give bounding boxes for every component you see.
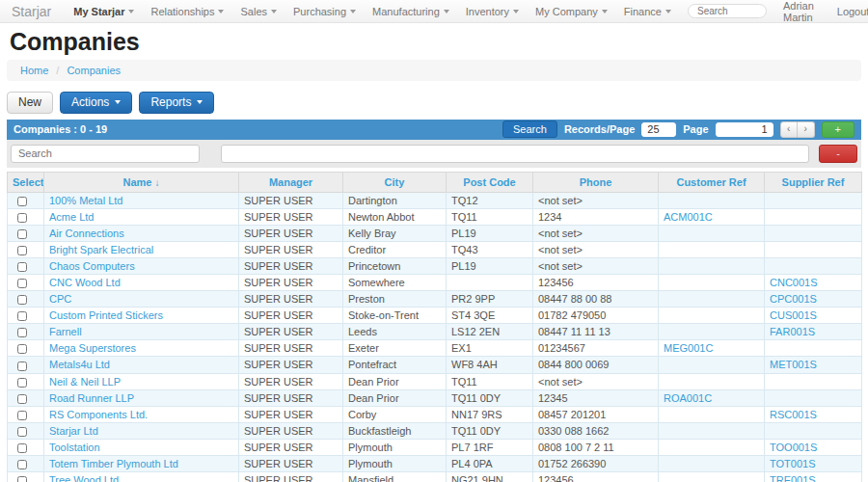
breadcrumb-home-link[interactable]: Home (20, 65, 48, 76)
phone-cell: 0808 100 7 2 11 (533, 439, 659, 455)
company-name-link[interactable]: Tree Wood Ltd (49, 474, 119, 482)
logout-link[interactable]: Logout (837, 6, 868, 17)
supplier-ref-link[interactable]: CNC001S (770, 277, 818, 288)
company-name-link[interactable]: CPC (49, 293, 71, 305)
post-code-cell: LS12 2EN (447, 324, 533, 340)
company-name-link[interactable]: Bright Spark Electrical (49, 244, 153, 255)
manager-cell: SUPER USER (239, 324, 343, 340)
company-name-link[interactable]: Air Connections (49, 228, 124, 239)
table-row: Chaos Computers SUPER USER Princetown PL… (8, 257, 862, 274)
table-row: Neil & Neil LLP SUPER USER Dean Prior TQ… (8, 373, 862, 389)
company-name-link[interactable]: Acme Ltd (49, 211, 94, 223)
row-select-checkbox[interactable] (17, 378, 27, 388)
search-button[interactable]: Search (502, 120, 557, 138)
company-name-link[interactable]: CNC Wood Ltd (49, 277, 121, 288)
pager-group: ‹ › (780, 121, 815, 138)
company-name-link[interactable]: Starjar Ltd (49, 425, 98, 437)
phone-cell: 08457 201201 (533, 406, 659, 422)
row-select-checkbox[interactable] (17, 262, 27, 272)
city-cell: Buckfastleigh (343, 422, 447, 439)
company-name-link[interactable]: Custom Printed Stickers (49, 309, 163, 321)
records-per-page-input[interactable] (641, 122, 676, 137)
global-search-input[interactable] (688, 4, 767, 18)
company-name-link[interactable]: Road Runner LLP (49, 392, 134, 404)
row-select-checkbox[interactable] (17, 394, 27, 404)
row-select-checkbox[interactable] (17, 229, 27, 239)
nav-relationships[interactable]: Relationships (150, 6, 224, 17)
nav-sales[interactable]: Sales (240, 6, 277, 17)
row-select-checkbox[interactable] (17, 427, 27, 437)
nav-inventory[interactable]: Inventory (466, 6, 519, 17)
row-select-checkbox[interactable] (17, 344, 27, 354)
customer-ref-link[interactable]: MEG001C (664, 342, 713, 354)
nav-finance[interactable]: Finance (624, 6, 671, 17)
row-select-checkbox[interactable] (17, 328, 27, 337)
row-select-checkbox[interactable] (17, 443, 27, 453)
filter-value-input[interactable] (221, 145, 809, 163)
supplier-ref-link[interactable]: CPC001S (770, 293, 817, 305)
reports-dropdown-button[interactable]: Reports (139, 92, 214, 114)
row-select-checkbox[interactable] (17, 213, 27, 223)
row-select-checkbox[interactable] (17, 476, 27, 482)
nav-my-company[interactable]: My Company (535, 6, 608, 17)
row-select-checkbox[interactable] (17, 362, 27, 371)
header-post-code[interactable]: Post Code (447, 172, 533, 192)
company-name-link[interactable]: RS Components Ltd. (49, 409, 148, 420)
supplier-ref-link[interactable]: TOO001S (770, 442, 817, 453)
new-button[interactable]: New (7, 92, 53, 114)
customer-ref-link[interactable]: ACM001C (664, 211, 713, 223)
nav-purchasing[interactable]: Purchasing (293, 6, 356, 17)
header-phone[interactable]: Phone (533, 172, 659, 192)
row-select-checkbox[interactable] (17, 279, 27, 288)
company-name-link[interactable]: Toolstation (49, 442, 100, 453)
header-name[interactable]: Name↓ (44, 172, 239, 192)
city-cell: Corby (343, 406, 447, 422)
post-code-cell: NG21 9HN (447, 472, 533, 482)
phone-cell: 123456 (533, 274, 659, 290)
row-select-checkbox[interactable] (17, 411, 27, 420)
company-name-link[interactable]: Totem Timber Plymouth Ltd (49, 458, 178, 469)
remove-search-row-button[interactable]: - (819, 145, 857, 163)
actions-dropdown-button[interactable]: Actions (60, 92, 132, 114)
previous-page-button[interactable]: ‹ (780, 121, 798, 138)
row-select-checkbox[interactable] (17, 246, 27, 255)
header-supplier-ref[interactable]: Supplier Ref (765, 172, 862, 192)
add-search-row-button[interactable]: + (822, 121, 854, 138)
page-number-input[interactable] (716, 122, 773, 137)
company-name-link[interactable]: Metals4u Ltd (49, 359, 110, 370)
supplier-ref-link[interactable]: RSC001S (770, 409, 817, 420)
company-name-link[interactable]: Neil & Neil LLP (49, 376, 121, 388)
breadcrumb-current-link[interactable]: Companies (67, 65, 121, 76)
filter-field-input[interactable] (11, 145, 200, 163)
row-select-checkbox[interactable] (17, 197, 27, 206)
nav-my-starjar[interactable]: My Starjar (73, 6, 134, 17)
row-select-checkbox[interactable] (17, 295, 27, 305)
top-navbar: Starjar My Starjar Relationships Sales P… (0, 0, 868, 23)
supplier-ref-link[interactable]: MET001S (770, 359, 817, 370)
nav-manufacturing[interactable]: Manufacturing (372, 6, 449, 17)
phone-cell: 1234 (533, 208, 659, 225)
next-page-button[interactable]: › (798, 121, 815, 138)
header-customer-ref[interactable]: Customer Ref (659, 172, 765, 192)
post-code-cell: PL19 (447, 257, 533, 274)
company-name-link[interactable]: 100% Metal Ltd (49, 195, 122, 206)
supplier-ref-link[interactable]: TOT001S (770, 458, 816, 469)
caret-down-icon (513, 10, 519, 13)
row-select-checkbox[interactable] (17, 311, 27, 321)
company-name-link[interactable]: Farnell (49, 326, 82, 337)
customer-ref-link[interactable]: ROA001C (664, 392, 712, 404)
supplier-ref-link[interactable]: FAR001S (770, 326, 815, 337)
page-label: Page (683, 123, 708, 135)
phone-cell: <not set> (533, 241, 659, 257)
user-name[interactable]: Adrian Martin (783, 0, 814, 23)
manager-cell: SUPER USER (239, 373, 343, 389)
supplier-ref-link[interactable]: TRE001S (770, 474, 816, 482)
row-select-checkbox[interactable] (17, 460, 27, 469)
phone-cell: 0330 088 1662 (533, 422, 659, 439)
header-manager[interactable]: Manager (239, 172, 343, 192)
table-row: Mega Superstores SUPER USER Exeter EX1 0… (8, 340, 862, 357)
company-name-link[interactable]: Mega Superstores (49, 342, 136, 354)
supplier-ref-link[interactable]: CUS001S (770, 309, 817, 321)
header-city[interactable]: City (343, 172, 447, 192)
company-name-link[interactable]: Chaos Computers (49, 260, 135, 272)
